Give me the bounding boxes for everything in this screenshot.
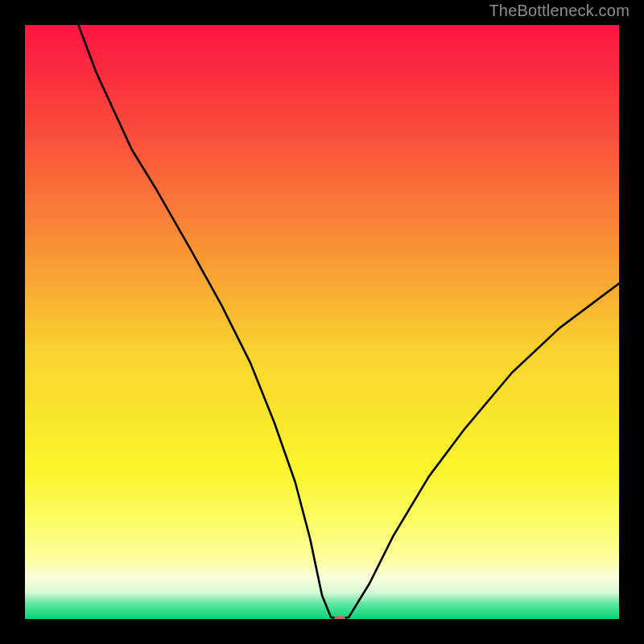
watermark-text: TheBottleneck.com: [489, 2, 630, 20]
chart-frame: TheBottleneck.com: [0, 0, 644, 644]
gradient-chart: [25, 25, 619, 619]
plot-area: [25, 25, 619, 619]
gradient-background: [25, 25, 619, 619]
